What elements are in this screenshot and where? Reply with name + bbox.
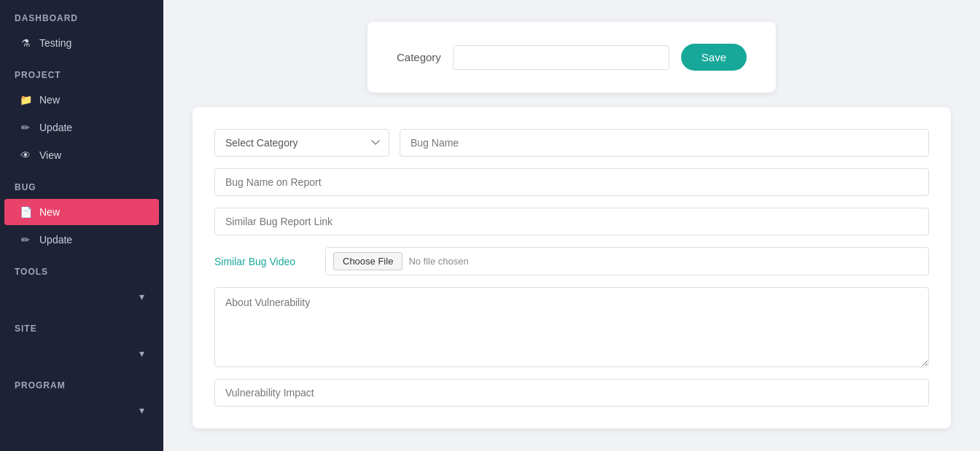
- save-button[interactable]: Save: [681, 44, 747, 71]
- impact-input[interactable]: [214, 379, 929, 407]
- sidebar-section-bug: BUG: [0, 169, 163, 198]
- sidebar-item-project-update[interactable]: ✏ Update: [4, 114, 159, 141]
- choose-file-button[interactable]: Choose File: [333, 252, 402, 270]
- bug-form-card: Select Category Similar Bug Video Choose…: [192, 107, 951, 428]
- eye-icon: 👁: [19, 149, 32, 161]
- form-row-vulnerability: [214, 287, 929, 367]
- form-row-1: Select Category: [214, 129, 929, 157]
- main-content: Category Save Select Category Similar Bu…: [163, 0, 980, 451]
- sidebar-item-site[interactable]: ▾: [4, 340, 159, 366]
- chevron-down-icon: ▾: [139, 404, 144, 416]
- sidebar-item-bug-new[interactable]: 📄 New: [4, 199, 159, 225]
- sidebar-item-tools[interactable]: ▾: [4, 283, 159, 310]
- sidebar-section-project: PROJECT: [0, 57, 163, 86]
- sidebar-item-label: Testing: [39, 37, 71, 49]
- sidebar-item-label: New: [39, 206, 60, 218]
- file-input-wrapper: Choose File No file chosen: [325, 247, 929, 275]
- sidebar-item-label: Update: [39, 234, 72, 246]
- sidebar-section-tools: TOOLS: [0, 254, 163, 283]
- bug-name-report-input[interactable]: [214, 168, 929, 196]
- sidebar-item-program[interactable]: ▾: [4, 397, 159, 423]
- form-row-file: Similar Bug Video Choose File No file ch…: [214, 247, 929, 275]
- file-chosen-text: No file chosen: [408, 256, 468, 267]
- flask-icon: ⚗: [19, 37, 32, 49]
- sidebar-item-project-new[interactable]: 📁 New: [4, 87, 159, 113]
- category-select[interactable]: Select Category: [214, 129, 389, 157]
- sidebar: DASHBOARD ⚗ Testing PROJECT 📁 New ✏ Upda…: [0, 0, 163, 451]
- folder-new-icon: 📁: [19, 94, 32, 106]
- sidebar-item-testing[interactable]: ⚗ Testing: [4, 30, 159, 56]
- form-row-3: [214, 208, 929, 235]
- category-card: Category Save: [368, 22, 776, 93]
- chevron-down-icon: ▾: [139, 348, 144, 359]
- edit-icon: ✏: [19, 122, 32, 133]
- category-label: Category: [397, 51, 441, 63]
- bug-name-input[interactable]: [400, 129, 929, 157]
- sidebar-item-label: Update: [39, 122, 72, 133]
- sidebar-item-label: New: [39, 94, 60, 106]
- sidebar-section-program: PROGRAM: [0, 367, 163, 396]
- form-row-impact: [214, 379, 929, 407]
- chevron-down-icon: ▾: [139, 291, 144, 302]
- similar-link-input[interactable]: [214, 208, 929, 235]
- bug-new-icon: 📄: [19, 206, 32, 218]
- vulnerability-textarea[interactable]: [214, 287, 929, 367]
- bug-edit-icon: ✏: [19, 234, 32, 246]
- sidebar-item-project-view[interactable]: 👁 View: [4, 142, 159, 168]
- video-label: Similar Bug Video: [214, 256, 316, 267]
- sidebar-section-dashboard: DASHBOARD: [0, 0, 163, 29]
- sidebar-item-bug-update[interactable]: ✏ Update: [4, 227, 159, 253]
- sidebar-section-site: SITE: [0, 310, 163, 340]
- form-row-2: [214, 168, 929, 196]
- category-input[interactable]: [453, 45, 669, 70]
- sidebar-item-label: View: [39, 149, 61, 161]
